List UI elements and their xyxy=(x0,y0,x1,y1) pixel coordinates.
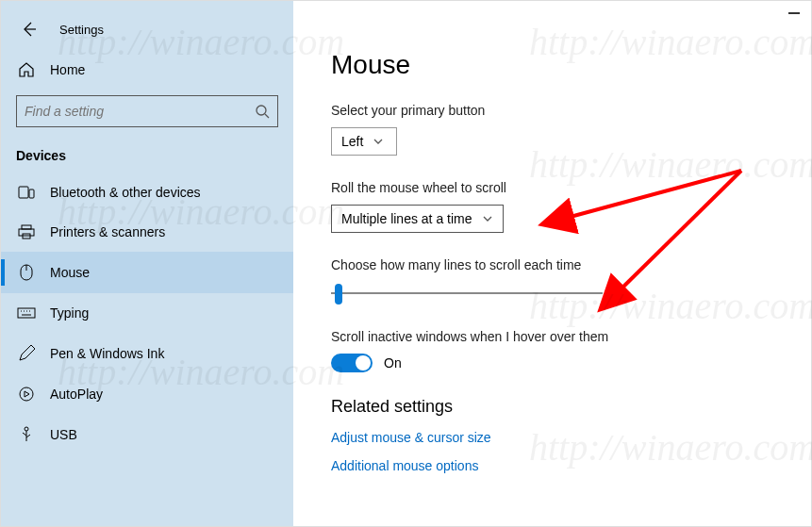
toggle-state-text: On xyxy=(384,355,402,371)
svg-rect-8 xyxy=(18,308,35,318)
lines-scroll-slider[interactable] xyxy=(331,282,603,305)
slider-track xyxy=(331,292,603,294)
nav-item-mouse[interactable]: Mouse xyxy=(1,252,293,293)
search-box[interactable] xyxy=(16,95,278,127)
primary-button-label: Select your primary button xyxy=(331,103,811,118)
primary-button-dropdown[interactable]: Left xyxy=(331,127,397,156)
arrow-left-icon xyxy=(21,21,38,38)
chevron-down-icon xyxy=(482,213,493,224)
pen-icon xyxy=(16,345,37,362)
main-content: Mouse Select your primary button Left Ro… xyxy=(293,1,811,526)
nav-item-label: Typing xyxy=(50,305,89,321)
link-adjust-cursor[interactable]: Adjust mouse & cursor size xyxy=(331,430,811,445)
inactive-scroll-toggle[interactable] xyxy=(331,354,373,372)
autoplay-icon xyxy=(16,387,37,402)
nav-item-bluetooth[interactable]: Bluetooth & other devices xyxy=(1,173,293,212)
nav-item-pen[interactable]: Pen & Windows Ink xyxy=(1,333,293,374)
nav-item-typing[interactable]: Typing xyxy=(1,293,293,333)
search-icon xyxy=(255,104,270,119)
usb-icon xyxy=(16,426,37,443)
svg-rect-3 xyxy=(22,225,31,229)
link-additional-mouse[interactable]: Additional mouse options xyxy=(331,458,811,473)
svg-rect-4 xyxy=(19,229,34,236)
nav-item-usb[interactable]: USB xyxy=(1,414,293,455)
svg-rect-1 xyxy=(19,187,28,198)
dropdown-value: Multiple lines at a time xyxy=(341,211,472,226)
nav-item-label: Mouse xyxy=(50,265,90,280)
chevron-down-icon xyxy=(373,136,384,147)
back-button[interactable] xyxy=(16,16,42,42)
lines-scroll-label: Choose how many lines to scroll each tim… xyxy=(331,257,811,272)
sidebar: Settings Home Devices Bluetooth & other … xyxy=(1,1,293,526)
mouse-icon xyxy=(16,264,37,281)
related-settings-heading: Related settings xyxy=(331,397,811,417)
search-input[interactable] xyxy=(25,104,255,119)
nav-list: Bluetooth & other devices Printers & sca… xyxy=(1,173,293,526)
window-title: Settings xyxy=(59,23,104,37)
nav-item-label: Bluetooth & other devices xyxy=(50,185,201,200)
nav-item-autoplay[interactable]: AutoPlay xyxy=(1,374,293,414)
nav-item-printers[interactable]: Printers & scanners xyxy=(1,212,293,252)
svg-point-0 xyxy=(257,106,266,115)
devices-icon xyxy=(16,186,37,199)
nav-item-label: AutoPlay xyxy=(50,387,103,402)
dropdown-value: Left xyxy=(341,134,363,149)
toggle-knob xyxy=(356,355,371,371)
home-icon xyxy=(16,61,37,78)
minimize-button[interactable] xyxy=(788,12,800,14)
keyboard-icon xyxy=(16,307,37,319)
page-title: Mouse xyxy=(331,50,811,80)
nav-item-label: Pen & Windows Ink xyxy=(50,346,164,361)
svg-point-14 xyxy=(20,387,33,401)
svg-point-15 xyxy=(25,427,28,431)
nav-item-label: Printers & scanners xyxy=(50,224,165,239)
home-label: Home xyxy=(50,62,85,77)
svg-rect-2 xyxy=(29,189,34,198)
nav-group-header: Devices xyxy=(1,135,293,173)
printer-icon xyxy=(16,224,37,239)
inactive-scroll-label: Scroll inactive windows when I hover ove… xyxy=(331,329,811,344)
slider-thumb[interactable] xyxy=(335,284,342,305)
wheel-scroll-label: Roll the mouse wheel to scroll xyxy=(331,180,811,195)
wheel-scroll-dropdown[interactable]: Multiple lines at a time xyxy=(331,205,504,233)
nav-item-label: USB xyxy=(50,427,77,442)
home-nav[interactable]: Home xyxy=(1,52,293,88)
